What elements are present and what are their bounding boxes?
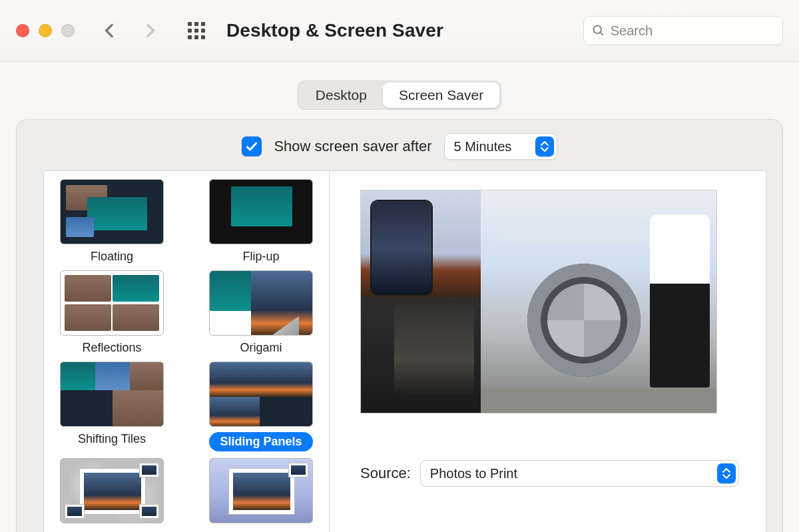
svg-rect-4 <box>194 29 198 33</box>
screensaver-label: Reflections <box>82 341 141 355</box>
svg-rect-6 <box>188 35 192 39</box>
screensaver-thumb <box>60 179 164 244</box>
zoom-window-button <box>61 24 75 37</box>
nav-arrows <box>101 19 158 42</box>
svg-rect-5 <box>201 29 205 33</box>
preview-tile-3 <box>481 190 716 413</box>
show-all-preferences-button[interactable] <box>186 21 206 41</box>
back-button[interactable] <box>101 19 119 42</box>
search-field[interactable] <box>583 16 783 45</box>
popup-stepper-icon <box>717 463 736 483</box>
svg-rect-1 <box>194 22 198 26</box>
chevron-left-icon <box>101 19 119 42</box>
svg-rect-8 <box>201 35 205 39</box>
svg-rect-0 <box>188 22 192 26</box>
checkmark-icon <box>245 140 258 153</box>
screensaver-thumb <box>209 179 313 244</box>
screensaver-item-floating[interactable]: Floating <box>51 179 173 264</box>
show-after-value: 5 Minutes <box>454 139 512 154</box>
svg-rect-7 <box>194 35 198 39</box>
screensaver-thumb <box>209 270 313 336</box>
source-value: Photos to Print <box>430 466 517 481</box>
screensaver-label-selected: Sliding Panels <box>209 432 312 451</box>
page-title: Desktop & Screen Saver <box>226 20 443 41</box>
search-input[interactable] <box>611 23 774 39</box>
preview-tile-1 <box>361 190 481 297</box>
source-label: Source: <box>360 465 411 482</box>
content-split: Floating Flip-up Reflections <box>17 170 782 532</box>
screensaver-thumb <box>209 458 313 523</box>
show-after-popup[interactable]: 5 Minutes <box>444 133 557 160</box>
titlebar: Desktop & Screen Saver <box>0 0 799 62</box>
screensaver-thumb <box>60 362 164 427</box>
screensaver-thumb <box>209 362 313 427</box>
tab-desktop[interactable]: Desktop <box>300 83 383 108</box>
apps-grid-icon <box>186 21 206 41</box>
source-row: Source: Photos to Print <box>360 460 739 487</box>
chevron-right-icon <box>141 19 158 42</box>
screensaver-item-shifting-tiles[interactable]: Shifting Tiles <box>51 362 173 451</box>
screensaver-item-flipup[interactable]: Flip-up <box>200 179 322 264</box>
svg-line-10 <box>600 32 603 35</box>
window-controls <box>16 24 75 37</box>
svg-point-9 <box>593 26 601 34</box>
main-content: Desktop Screen Saver Show screen saver a… <box>0 81 799 532</box>
screensaver-item-reflections[interactable]: Reflections <box>51 270 173 355</box>
tab-bar: Desktop Screen Saver <box>16 81 783 110</box>
screensaver-item-sliding-panels[interactable]: Sliding Panels <box>200 362 322 451</box>
screensaver-label: Origami <box>240 341 282 355</box>
screensaver-item-holiday-mobile[interactable] <box>200 458 322 529</box>
screensaver-item-origami[interactable]: Origami <box>200 270 322 355</box>
tab-segmented-control: Desktop Screen Saver <box>298 81 501 110</box>
preview-tile-2 <box>361 297 481 413</box>
screensaver-preview <box>360 190 717 413</box>
screen-saver-panel: Show screen saver after 5 Minutes Floa <box>16 119 783 532</box>
forward-button <box>141 19 158 42</box>
screensaver-preview-pane: Source: Photos to Print <box>330 170 766 532</box>
show-after-checkbox[interactable] <box>242 136 262 156</box>
svg-rect-3 <box>188 29 192 33</box>
close-window-button[interactable] <box>16 24 29 37</box>
svg-rect-2 <box>201 22 205 26</box>
screensaver-item-photo-mobile[interactable] <box>51 458 173 529</box>
search-icon <box>592 23 605 38</box>
screensaver-label: Flip-up <box>242 250 279 264</box>
screensaver-label: Shifting Tiles <box>78 432 146 446</box>
show-after-label: Show screen saver after <box>274 138 431 155</box>
screensaver-thumb <box>60 458 164 523</box>
screensaver-thumb <box>60 270 164 336</box>
screensaver-list[interactable]: Floating Flip-up Reflections <box>43 170 330 532</box>
source-popup[interactable]: Photos to Print <box>420 460 739 487</box>
show-after-row: Show screen saver after 5 Minutes <box>17 120 782 170</box>
screensaver-label: Floating <box>91 250 133 264</box>
tab-screen-saver[interactable]: Screen Saver <box>383 83 499 108</box>
minimize-window-button[interactable] <box>39 24 52 37</box>
popup-stepper-icon <box>535 136 554 156</box>
